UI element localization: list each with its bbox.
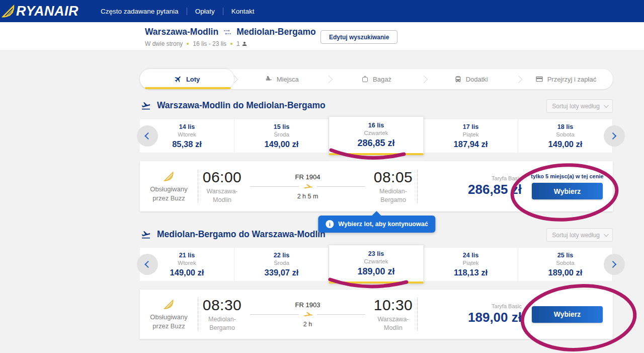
top-navbar: RYANAIR Często zadawane pytania Opłaty K… bbox=[0, 0, 644, 22]
flight-path-line bbox=[250, 183, 365, 190]
tab-flights[interactable]: Loty bbox=[140, 69, 234, 89]
fare-block: Taryfa Basic 286,85 zł bbox=[418, 175, 522, 197]
search-summary-header: Warszawa-Modlin Mediolan-Bergamo W dwie … bbox=[0, 22, 644, 51]
tooltip-text: Wybierz lot, aby kontynuować bbox=[338, 221, 428, 228]
tab-review-pay[interactable]: Przejrzyj i zapłać bbox=[519, 69, 613, 89]
date-cell[interactable]: 17 lis Piątek 187,94 zł bbox=[424, 119, 518, 153]
info-icon bbox=[326, 220, 334, 228]
card-icon bbox=[535, 75, 543, 83]
bag-icon bbox=[361, 76, 369, 83]
booking-stepper: Loty Miejsca Bagaż Dodatki Przejrzyj i z… bbox=[140, 69, 613, 89]
flight-takeoff-icon bbox=[140, 230, 152, 240]
separator-dot bbox=[187, 43, 189, 45]
fare-price: 286,85 zł bbox=[468, 182, 522, 197]
operator-label: Obsługiwany przez Buzz bbox=[146, 185, 192, 202]
gold-plane-icon bbox=[303, 311, 313, 318]
date-cell[interactable]: 22 lis Środa 339,07 zł bbox=[234, 248, 329, 281]
plane-icon bbox=[173, 74, 184, 85]
departure-block: 08:30 Mediolan-Bergamo bbox=[198, 297, 246, 332]
departure-block: 06:00 Warszawa-Modlin bbox=[198, 169, 246, 204]
chevron-down-icon bbox=[604, 232, 609, 237]
flight-takeoff-icon bbox=[140, 101, 152, 111]
nav-separator bbox=[223, 8, 223, 15]
date-cell[interactable]: 24 lis Piątek 118,13 zł bbox=[424, 248, 518, 281]
nav-separator bbox=[187, 8, 187, 15]
flight-path-block: FR 1904 2 h 5 m bbox=[246, 173, 369, 200]
select-return-button[interactable]: Wybierz bbox=[532, 306, 603, 323]
carousel-prev-button[interactable] bbox=[137, 125, 158, 147]
fare-type-label: Taryfa Basic bbox=[492, 303, 522, 309]
brand-wordmark: RYANAIR bbox=[16, 4, 78, 19]
select-outbound-button[interactable]: Wybierz bbox=[532, 183, 603, 199]
route-destination: Mediolan-Bergamo bbox=[236, 27, 316, 37]
outbound-section-header: Warszawa-Modlin do Mediolan-Bergamo Sort… bbox=[140, 100, 613, 114]
flight-duration: 2 h bbox=[303, 321, 312, 328]
chevron-left-icon bbox=[144, 132, 151, 139]
arrival-airport: Mediolan-Bergamo bbox=[372, 187, 415, 204]
outbound-sort-dropdown[interactable]: Sortuj loty według bbox=[546, 99, 613, 113]
seats-left-notice: tylko 5 miejsc(a) w tej cenie bbox=[531, 173, 603, 179]
route-subtitle: W dwie strony 16 lis - 23 lis 1 bbox=[145, 40, 248, 47]
flight-path-block: FR 1903 2 h bbox=[246, 301, 369, 328]
carousel-next-button[interactable] bbox=[604, 254, 625, 275]
nav-item-fees[interactable]: Opłaty bbox=[189, 5, 221, 18]
outbound-title: Warszawa-Modlin do Mediolan-Bergamo bbox=[140, 100, 613, 111]
round-trip-arrows-icon bbox=[223, 29, 232, 36]
nav-item-faq[interactable]: Często zadawane pytania bbox=[95, 5, 185, 18]
arrival-block: 08:05 Mediolan-Bergamo bbox=[369, 169, 417, 204]
passenger-count: 1 bbox=[236, 40, 248, 47]
operator-block: Obsługiwany przez Buzz bbox=[140, 298, 198, 330]
seat-icon bbox=[265, 75, 273, 83]
date-cell-selected[interactable]: 16 lis Czwartek 286,85 zł bbox=[329, 117, 424, 155]
fare-block: Taryfa Basic 189,00 zł bbox=[418, 303, 522, 325]
date-cell[interactable]: 15 lis Środa 149,00 zł bbox=[234, 119, 329, 153]
return-sort-dropdown[interactable]: Sortuj loty według bbox=[546, 228, 613, 242]
arrival-time: 08:05 bbox=[374, 169, 413, 186]
arrival-block: 10:30 Warszawa-Modlin bbox=[369, 297, 417, 332]
select-flight-tooltip: Wybierz lot, aby kontynuować bbox=[318, 216, 435, 233]
flight-duration: 2 h 5 m bbox=[297, 193, 318, 200]
return-date-carousel: 21 lis Wtorek 149,00 zł 22 lis Środa 339… bbox=[140, 248, 613, 281]
separator-dot bbox=[230, 43, 232, 45]
chevron-down-icon bbox=[604, 103, 609, 108]
return-flight-card: Obsługiwany przez Buzz 08:30 Mediolan-Be… bbox=[140, 290, 613, 339]
gold-plane-icon bbox=[303, 183, 313, 190]
tab-bags[interactable]: Bagaż bbox=[329, 69, 423, 89]
carousel-next-button[interactable] bbox=[604, 125, 625, 147]
person-icon bbox=[242, 41, 248, 47]
buzz-logo-icon bbox=[163, 298, 176, 311]
route-origin: Warszawa-Modlin bbox=[145, 27, 218, 37]
departure-airport: Mediolan-Bergamo bbox=[201, 315, 244, 332]
ryanair-logo[interactable]: RYANAIR bbox=[0, 4, 78, 19]
departure-airport: Warszawa-Modlin bbox=[201, 187, 244, 204]
carousel-prev-button[interactable] bbox=[137, 254, 158, 275]
operator-label: Obsługiwany przez Buzz bbox=[146, 313, 192, 330]
date-cell[interactable]: 18 lis Sobota 149,00 zł bbox=[518, 119, 613, 153]
ryanair-harp-icon bbox=[1, 4, 16, 19]
fare-type-label: Taryfa Basic bbox=[492, 175, 522, 181]
flight-number: FR 1904 bbox=[295, 173, 320, 181]
flight-path-line bbox=[250, 311, 365, 318]
outbound-date-carousel: 14 lis Wtorek 85,38 zł 15 lis Środa 149,… bbox=[140, 119, 613, 153]
operator-block: Obsługiwany przez Buzz bbox=[140, 170, 198, 202]
chevron-left-icon bbox=[144, 261, 151, 268]
flight-number: FR 1903 bbox=[295, 301, 320, 309]
tab-seats[interactable]: Miejsca bbox=[234, 69, 329, 89]
nav-item-contact[interactable]: Kontakt bbox=[225, 5, 261, 18]
nav-menu: Często zadawane pytania Opłaty Kontakt bbox=[95, 5, 260, 18]
bus-icon bbox=[454, 76, 462, 83]
action-block: Wybierz bbox=[522, 306, 613, 323]
fare-price: 189,00 zł bbox=[468, 310, 522, 325]
date-cell-selected[interactable]: 23 lis Czwartek 189,00 zł bbox=[329, 245, 424, 284]
buzz-logo-icon bbox=[163, 170, 176, 183]
action-block: tylko 5 miejsc(a) w tej cenie Wybierz bbox=[522, 173, 613, 199]
arrival-airport: Warszawa-Modlin bbox=[372, 315, 415, 332]
route-title: Warszawa-Modlin Mediolan-Bergamo bbox=[145, 27, 316, 37]
date-cell[interactable]: 25 lis Sobota 189,00 zł bbox=[518, 248, 613, 281]
arrival-time: 10:30 bbox=[374, 297, 413, 314]
outbound-flight-card: Obsługiwany przez Buzz 06:00 Warszawa-Mo… bbox=[140, 161, 613, 211]
chevron-right-icon bbox=[609, 132, 616, 139]
trip-dates: 16 lis - 23 lis bbox=[193, 40, 226, 47]
tab-extras[interactable]: Dodatki bbox=[424, 69, 518, 89]
edit-search-button[interactable]: Edytuj wyszukiwanie bbox=[320, 30, 397, 44]
